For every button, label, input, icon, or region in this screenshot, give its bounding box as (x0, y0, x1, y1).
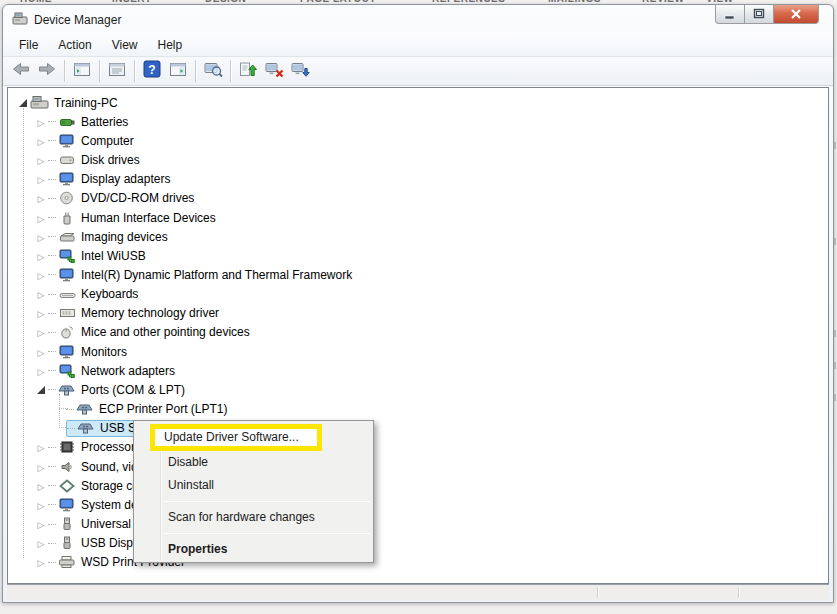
expand-arrow-icon[interactable]: ▷ (34, 287, 48, 301)
search-computer-button[interactable] (201, 59, 225, 83)
tree-connector-dash (48, 140, 56, 141)
device-label: Mice and other pointing devices (81, 325, 254, 339)
tree-row[interactable]: ▷Keyboards (8, 285, 828, 304)
tree-row[interactable]: ▷Disk drives (8, 150, 828, 169)
minimize-button[interactable] (715, 5, 745, 24)
menu-file[interactable]: File (9, 35, 48, 55)
expand-arrow-icon[interactable]: ▷ (34, 325, 48, 339)
tree-row[interactable]: ▷Network adapters (8, 361, 828, 380)
tree-row[interactable]: Ports (COM & LPT) (8, 380, 828, 399)
expand-arrow-icon[interactable]: ▷ (34, 479, 48, 493)
tree-row[interactable]: ▷System devices (8, 495, 828, 514)
expand-arrow-icon[interactable]: ▷ (34, 498, 48, 512)
tree-connector-dash (48, 332, 56, 333)
tree-row[interactable]: USB Serial Port (8, 419, 828, 438)
expand-arrow-icon[interactable]: ▷ (34, 460, 48, 474)
properties-window-icon (107, 61, 127, 82)
menu-action[interactable]: Action (48, 35, 101, 55)
expand-arrow-icon[interactable]: ▷ (34, 440, 48, 454)
expand-arrow-icon[interactable]: ▷ (34, 115, 48, 129)
tree-row[interactable]: ▷WSD Print Provider (8, 553, 828, 572)
device-row-content: Batteries (48, 113, 132, 130)
uninstall-device-button[interactable] (262, 59, 286, 83)
expand-arrow-icon[interactable]: ▷ (34, 211, 48, 225)
tree-row[interactable]: ▷Human Interface Devices (8, 208, 828, 227)
tree-row[interactable]: ▷Processors (8, 438, 828, 457)
help-button[interactable]: ? (140, 59, 164, 83)
expand-arrow-icon[interactable]: ▷ (34, 306, 48, 320)
window-title: Device Manager (34, 13, 121, 27)
tree-row[interactable]: ▷USB Display Adapters (8, 534, 828, 553)
tree-connector-dash (48, 160, 56, 161)
collapse-arrow-icon[interactable] (34, 383, 48, 397)
title-bar[interactable]: Device Manager (3, 5, 833, 33)
device-label: Imaging devices (81, 230, 172, 244)
device-row-content: Keyboards (48, 286, 142, 303)
device-row-content: Display adapters (48, 171, 174, 188)
expand-arrow-icon[interactable]: ▷ (34, 172, 48, 186)
context-menu-item[interactable]: Scan for hardware changes (134, 506, 373, 529)
expand-arrow-icon[interactable]: ▷ (34, 536, 48, 550)
tree-connector-dash (48, 543, 56, 544)
tree-row[interactable]: ▷Memory technology driver (8, 304, 828, 323)
context-menu-item[interactable]: Properties (134, 538, 373, 561)
device-manager-window: Device Manager FileActionViewHelp ? (2, 4, 834, 603)
toolbar-separator (230, 60, 231, 82)
tree-row[interactable]: ▷DVD/CD-ROM drives (8, 189, 828, 208)
collapse-arrow-icon[interactable] (16, 96, 30, 110)
device-row-content: Memory technology driver (48, 305, 223, 322)
expand-arrow-icon[interactable]: ▷ (34, 345, 48, 359)
device-row-content: Monitors (48, 343, 131, 360)
properties-window-button[interactable] (105, 59, 129, 83)
expand-arrow-icon[interactable]: ▷ (34, 268, 48, 282)
tree-row[interactable]: ECP Printer Port (LPT1) (8, 400, 828, 419)
expand-arrow-icon[interactable]: ▷ (34, 153, 48, 167)
context-menu-item[interactable]: Uninstall (134, 474, 373, 497)
forward-button[interactable] (35, 59, 59, 83)
svg-text:?: ? (148, 63, 155, 77)
tree-row[interactable]: ▷Mice and other pointing devices (8, 323, 828, 342)
tree-row[interactable]: ▷Sound, video and game controllers (8, 457, 828, 476)
scan-hardware-button[interactable] (288, 59, 312, 83)
tree-row[interactable]: Training-PC (8, 93, 828, 112)
console-tree-button[interactable] (70, 59, 94, 83)
back-button[interactable] (9, 59, 33, 83)
tree-row[interactable]: ▷Computer (8, 131, 828, 150)
tree-row[interactable]: ▷Batteries (8, 112, 828, 131)
maximize-button[interactable] (745, 5, 773, 24)
tree-row[interactable]: ▷Imaging devices (8, 227, 828, 246)
expand-arrow-icon[interactable]: ▷ (34, 555, 48, 569)
tree-row[interactable]: ▷Universal Serial Bus controllers (8, 514, 828, 533)
expand-arrow-icon[interactable]: ▷ (34, 230, 48, 244)
tree-row[interactable]: ▷Intel WiUSB (8, 246, 828, 265)
expand-arrow-icon[interactable]: ▷ (34, 134, 48, 148)
menu-help[interactable]: Help (148, 35, 193, 55)
tree-row[interactable]: ▷Intel(R) Dynamic Platform and Thermal F… (8, 265, 828, 284)
console-tree-icon (72, 61, 92, 82)
expand-arrow-icon[interactable]: ▷ (34, 517, 48, 531)
tree-row[interactable]: ▷Monitors (8, 342, 828, 361)
expand-arrow-icon[interactable]: ▷ (34, 249, 48, 263)
menu-bar: FileActionViewHelp (3, 33, 833, 57)
tree-row[interactable]: ▷Storage controllers (8, 476, 828, 495)
tree-connector-dash (48, 198, 56, 199)
tree-row[interactable]: ▷Display adapters (8, 170, 828, 189)
device-label: Network adapters (81, 364, 179, 378)
context-menu-item-highlighted[interactable]: Update Driver Software... (150, 424, 322, 451)
action-pane-button[interactable] (166, 59, 190, 83)
expand-arrow-icon[interactable]: ▷ (34, 191, 48, 205)
device-row-content: Imaging devices (48, 228, 172, 245)
update-driver-button[interactable] (236, 59, 260, 83)
close-button[interactable] (773, 5, 819, 24)
uninstall-device-icon (264, 61, 284, 82)
keyboard-icon (57, 287, 77, 301)
device-tree-panel: Training-PC▷Batteries▷Computer▷Disk driv… (7, 87, 829, 584)
tree-connector-dash (48, 524, 56, 525)
disc-icon (57, 191, 77, 205)
context-menu-item[interactable]: Disable (134, 451, 373, 474)
expand-arrow-icon[interactable]: ▷ (34, 364, 48, 378)
menu-view[interactable]: View (102, 35, 148, 55)
device-row-content: Intel WiUSB (48, 247, 150, 264)
port-icon (76, 421, 96, 435)
chip-icon (57, 440, 77, 454)
